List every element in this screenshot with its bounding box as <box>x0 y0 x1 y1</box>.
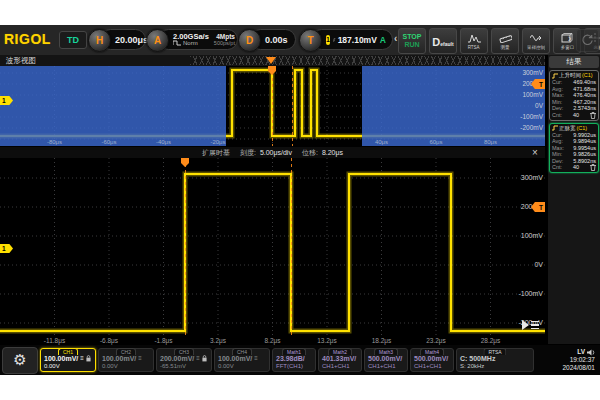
channel-card-ch1[interactable]: CH1100.00mV/≡0.00V <box>40 348 96 372</box>
main-time-tick: 8.2μs <box>264 337 280 344</box>
rising-edge-icon <box>333 35 336 45</box>
overview-time-tick: 60μs <box>429 139 442 145</box>
zoom-offset-value: 8.20μs <box>322 149 343 156</box>
trigger-knob[interactable]: T <box>299 29 322 52</box>
main-time-tick: -11.8μs <box>44 337 65 344</box>
bandwidth-icon: ≡ <box>254 354 258 363</box>
zoom-title: 扩展时基 <box>202 148 230 158</box>
channel-scale-value: 100.00mV/ <box>218 354 252 363</box>
main-voltage-label: 0V <box>534 261 543 269</box>
channel-card-rtsa[interactable]: RTSAC: 500MHzS: 20kHz <box>456 348 534 372</box>
default-button[interactable]: Default <box>429 28 457 54</box>
main-voltage-label: 100mV <box>521 232 543 240</box>
zoom-scale-value: 5.00μs/div <box>260 149 292 156</box>
acquisition-pill[interactable]: 2.00GSa/s Norm 4Mpts 500ps/pt <box>158 29 238 50</box>
channel-scale-value: 401.33mV/ <box>322 354 356 363</box>
timeline-hatch-band[interactable] <box>190 56 545 65</box>
measure-button[interactable]: 测量 <box>491 28 519 54</box>
measurement-panel-header: 上升时间(C1) <box>552 72 596 79</box>
measurement-panel-header: 正脉宽(C1) <box>552 125 596 132</box>
channel-scale-row: 100.00mV/≡ <box>218 354 266 363</box>
zoom-waveform-window[interactable]: 300mV200mV100mV0V-100mV-200mV -11.8μs-6.… <box>0 158 545 344</box>
run-label: RUN <box>404 41 419 49</box>
screen-refresh-button[interactable] <box>576 29 599 52</box>
channel-card-math3[interactable]: Math3500.00mV/CH1+CH1 <box>364 348 408 372</box>
rtsa-button[interactable]: RTSA <box>460 28 488 54</box>
waveform-view-tab[interactable]: 波形视图 <box>6 56 36 66</box>
channel-card-tab: CH4 <box>232 348 252 355</box>
channel-offset-value: FFT(CH1) <box>276 363 312 370</box>
system-time: 19:02:37 <box>562 356 595 364</box>
overview-trigger-line <box>272 66 273 146</box>
channel-offset-value: CH1+CH1 <box>414 363 450 370</box>
trigger-position-triangle[interactable] <box>266 57 276 64</box>
channel-card-tab: CH2 <box>116 348 136 355</box>
main-voltage-label: -100mV <box>518 290 543 298</box>
channel-scale-row: 23.98dB/ <box>276 354 312 363</box>
channel-scale-row: 100.00mV/≡ <box>44 354 92 363</box>
channel-scale-value: 100.00mV/ <box>44 354 78 363</box>
horizontal-knob[interactable]: H <box>88 29 111 52</box>
main-time-tick: -6.8μs <box>100 337 118 344</box>
spectrum-icon <box>468 33 481 43</box>
ruler-icon <box>499 33 512 43</box>
delete-measurement-icon[interactable] <box>590 112 596 119</box>
channel-card-ch4[interactable]: CH4100.00mV/≡0.00V <box>214 348 270 372</box>
channel-card-math2[interactable]: Math2401.33mV/CH1+CH1 <box>318 348 362 372</box>
lock-icon-wrap <box>86 355 91 362</box>
channel-card-math4[interactable]: Math4500.00mV/CH1+CH1 <box>410 348 454 372</box>
expanded-timebase-strip: 扩展时基 刻度: 5.00μs/div 位移: 8.20μs <box>0 147 545 158</box>
sample-rate-value: 2.00GSa/s <box>173 33 209 40</box>
channel-card-ch3[interactable]: CH3200.00mV/≡-65.51mV <box>156 348 212 372</box>
trigger-status-badge: TD <box>59 31 87 49</box>
rigol-logo: RIGOL <box>4 31 51 47</box>
channel-offset-value: 0.00V <box>102 363 150 370</box>
main-time-tick: 3.2μs <box>210 337 226 344</box>
gear-icon: ⚙ <box>13 351 26 369</box>
horizontal-knob-label: H <box>96 35 103 46</box>
overview-voltage-label: -100mV <box>520 113 543 120</box>
sample-control-button[interactable]: 采样控制 <box>522 28 550 54</box>
channel-offset-value: 0.00V <box>44 363 92 370</box>
channel-status-bar: ⚙ CH1100.00mV/≡0.00VCH2100.00mV/≡0.00VCH… <box>0 345 600 375</box>
channel-offset-value: CH1+CH1 <box>368 363 404 370</box>
trigger-knob-label: T <box>307 35 313 46</box>
channel-card-math1[interactable]: Math123.98dB/FFT(CH1) <box>272 348 316 372</box>
delay-value: 0.00s <box>265 35 288 45</box>
acquire-knob[interactable]: A <box>146 29 169 52</box>
rtsa-label: RTSA <box>468 44 480 49</box>
delay-knob[interactable]: D <box>238 29 261 52</box>
acquisition-overview[interactable]: 300mV200mV100mV0V-100mV-200mV -80μs-60μs… <box>0 66 545 146</box>
channel-card-tab: Math3 <box>374 348 398 355</box>
channel-offset-value: CH1+CH1 <box>322 363 358 370</box>
bandwidth-icon: ≡ <box>196 354 200 363</box>
zoom-scale-label: 刻度: <box>240 148 256 158</box>
lock-icon-wrap <box>202 355 207 362</box>
stat-value: 40 <box>573 112 579 119</box>
channel-scale-row: 401.33mV/ <box>322 354 358 363</box>
main-waveform-plot <box>0 158 545 336</box>
trigger-pill[interactable]: 1 187.10mV A <box>311 29 393 50</box>
bandwidth-icon: ≡ <box>138 354 142 363</box>
menu-lines-icon <box>531 321 539 330</box>
measurement-source: (C1) <box>577 125 588 132</box>
main-time-tick: 28.2μs <box>481 337 501 344</box>
measurement-panel[interactable]: 上升时间(C1)Cur:469.40nsAvg:471.68nsMax:476.… <box>549 70 599 121</box>
overview-voltage-label: 100mV <box>522 91 543 98</box>
settings-button[interactable]: ⚙ <box>2 347 38 374</box>
main-time-tick: -1.8μs <box>154 337 172 344</box>
channel-scale-row: 100.00mV/≡ <box>102 354 150 363</box>
delete-measurement-icon[interactable] <box>590 164 596 171</box>
expand-chevron[interactable]: › <box>568 33 571 44</box>
stop-run-button[interactable]: STOP RUN <box>398 28 426 54</box>
delay-knob-label: D <box>246 35 253 46</box>
view-menu-button[interactable] <box>522 320 539 330</box>
close-zoom-button[interactable]: × <box>532 147 595 158</box>
overview-time-tick: 80μs <box>484 139 497 145</box>
collapse-chevron[interactable]: ‹ <box>394 33 397 44</box>
acquire-knob-label: A <box>154 35 161 46</box>
main-time-tick: 18.2μs <box>372 337 392 344</box>
sample-control-label: 采样控制 <box>527 44 545 49</box>
channel-card-ch2[interactable]: CH2100.00mV/≡0.00V <box>98 348 154 372</box>
measurement-row: Cnt:40 <box>552 112 596 119</box>
